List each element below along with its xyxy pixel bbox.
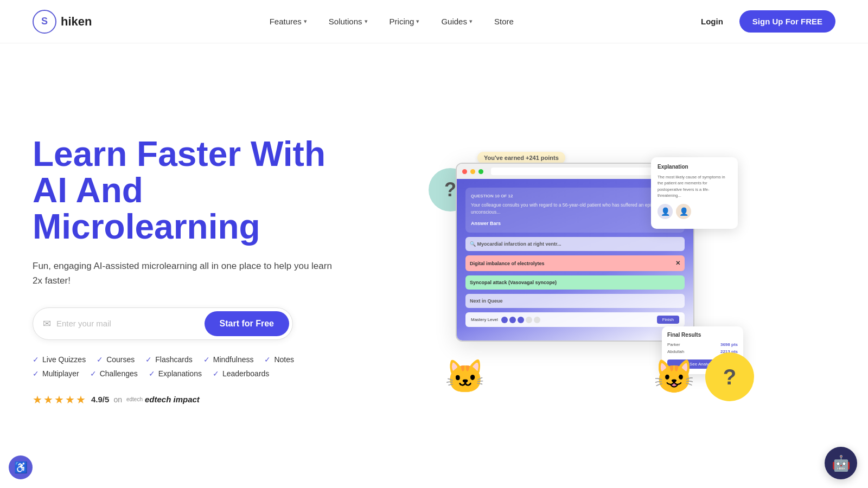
maximize-dot (478, 169, 483, 174)
hero-illustration: You've earned +241 points ? QUESTION 10 … (336, 125, 835, 418)
close-dot (462, 169, 467, 174)
mastery-dots (501, 317, 540, 323)
mastery-level: Mastery Level Finish (465, 312, 685, 327)
chatbot-icon: 🤖 (832, 454, 851, 472)
signup-button[interactable]: Sign Up For FREE (739, 10, 835, 33)
feature-courses: ✓ Courses (97, 355, 135, 364)
email-field[interactable] (56, 319, 205, 328)
check-icon: ✓ (264, 355, 271, 364)
mail-icon: ✉ (43, 318, 51, 330)
start-free-button[interactable]: Start for Free (205, 311, 289, 336)
hero-content: Learn Faster With AI And Microlearning F… (33, 136, 336, 406)
accessibility-icon: ♿ (14, 461, 28, 474)
nav-pricing[interactable]: Pricing ▾ (381, 12, 429, 30)
check-icon: ✓ (33, 369, 39, 378)
logo-text: hiken (61, 15, 92, 29)
feature-live-quizzes: ✓ Live Quizzes (33, 355, 86, 364)
hero-title: Learn Faster With AI And Microlearning (33, 136, 336, 246)
chevron-down-icon: ▾ (304, 18, 307, 25)
features-list: ✓ Live Quizzes ✓ Courses ✓ Flashcards ✓ … (33, 355, 336, 378)
rating-row: ★★★★★ 4.9/5 on edtech edtech impact (33, 393, 336, 406)
feature-challenges: ✓ Challenges (90, 369, 138, 378)
accessibility-button[interactable]: ♿ (9, 455, 33, 479)
feature-notes: ✓ Notes (264, 355, 294, 364)
check-icon: ✓ (213, 369, 219, 378)
logo[interactable]: S hiken (33, 10, 92, 34)
question-bubble-bottom: ? (705, 352, 754, 401)
star-rating: ★★★★★ (33, 393, 87, 406)
result-row: Parker 3698 pts (667, 342, 738, 347)
mascot-left: 🐱 (445, 357, 486, 396)
score-badge: You've earned +241 points (477, 152, 565, 164)
check-icon: ✓ (149, 369, 155, 378)
avatar: 👤 (676, 204, 691, 219)
nav-store[interactable]: Store (486, 12, 522, 30)
navbar: S hiken Features ▾ Solutions ▾ Pricing ▾… (0, 0, 868, 43)
answer-queue: Next in Queue (465, 294, 685, 308)
explanation-panel: Explanation The most likely cause of sym… (651, 157, 738, 229)
feature-mindfulness: ✓ Mindfulness (203, 355, 254, 364)
edtech-logo: edtech edtech impact (126, 395, 200, 404)
email-input-row: ✉ Start for Free (33, 307, 293, 340)
chevron-down-icon: ▾ (469, 18, 473, 25)
nav-solutions[interactable]: Solutions ▾ (320, 12, 376, 30)
nav-auth: Login Sign Up For FREE (691, 10, 835, 33)
check-icon: ✓ (33, 355, 39, 364)
rating-score: 4.9/5 (91, 395, 109, 404)
check-icon: ✓ (90, 369, 97, 378)
feature-multiplayer: ✓ Multiplayer (33, 369, 79, 378)
answer-correct: Syncopal attack (Vasovagal syncope) (465, 275, 685, 290)
hero-subtitle: Fun, engaging AI-assisted microlearning … (33, 259, 336, 288)
nav-features[interactable]: Features ▾ (261, 12, 316, 30)
feature-explanations: ✓ Explanations (149, 369, 202, 378)
logo-icon: S (33, 10, 56, 34)
avatar: 👤 (658, 204, 673, 219)
nav-links: Features ▾ Solutions ▾ Pricing ▾ Guides … (261, 12, 522, 30)
hero-section: Learn Faster With AI And Microlearning F… (0, 43, 868, 488)
minimize-dot (470, 169, 475, 174)
finish-button[interactable]: Finish (657, 316, 679, 324)
feature-flashcards: ✓ Flashcards (145, 355, 192, 364)
check-icon: ✓ (145, 355, 152, 364)
login-button[interactable]: Login (691, 12, 733, 30)
chevron-down-icon: ▾ (365, 18, 368, 25)
check-icon: ✓ (97, 355, 103, 364)
nav-guides[interactable]: Guides ▾ (432, 12, 481, 30)
check-icon: ✓ (203, 355, 210, 364)
chatbot-button[interactable]: 🤖 (825, 447, 857, 479)
feature-leaderboards: ✓ Leaderboards (213, 369, 269, 378)
mascot-right: 😺 (654, 357, 694, 396)
answer-neutral: 🔍 Myocardial infarction at right ventr..… (465, 237, 685, 251)
app-mockup: You've earned +241 points ? QUESTION 10 … (434, 152, 738, 390)
chevron-down-icon: ▾ (416, 18, 419, 25)
answer-wrong: Digital imbalance of electrolytes ✕ (465, 255, 685, 271)
